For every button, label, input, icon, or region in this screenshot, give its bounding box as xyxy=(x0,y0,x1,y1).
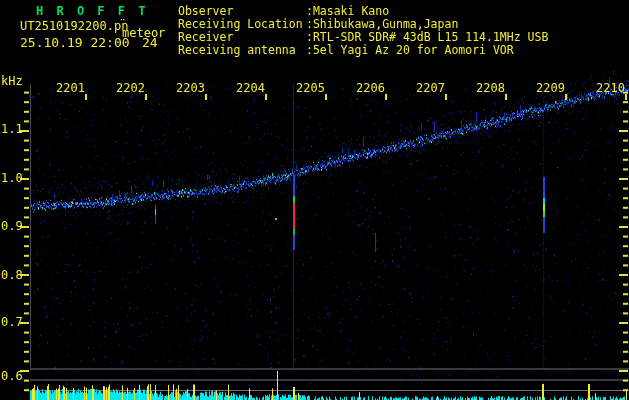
time-axis-label: 2205 xyxy=(294,82,325,94)
receiving-location-value: :Shibukawa,Gunma,Japan xyxy=(306,19,458,31)
receiving-antenna-label: Receiving antenna xyxy=(178,45,296,57)
datetime-label: 25.10.19 22:00 xyxy=(20,36,130,49)
time-axis-label: 2204 xyxy=(234,82,265,94)
observer-label: Observer xyxy=(178,6,233,18)
observer-value: :Masaki Kano xyxy=(306,6,389,18)
app-title: H R O F F T xyxy=(36,5,148,17)
time-axis-label: 2202 xyxy=(114,82,145,94)
hrofft-screen: H R O F F T UT2510192200.pn ¨ meteor 25.… xyxy=(0,0,629,400)
freq-axis-label: 0.6 xyxy=(1,370,25,382)
receiving-antenna-value: :5el Yagi Az 20 for Aomori VOR xyxy=(306,45,514,57)
time-axis-label: 2206 xyxy=(354,82,385,94)
time-axis-label: 2203 xyxy=(174,82,205,94)
receiving-location-label: Receiving Location xyxy=(178,19,303,31)
freq-axis-label: 1.1 xyxy=(1,123,25,135)
time-axis-label: 2208 xyxy=(474,82,505,94)
meteor-count: 24 xyxy=(142,36,158,49)
time-axis-label: 2209 xyxy=(534,82,565,94)
freq-axis-label: 0.7 xyxy=(1,316,25,328)
time-axis-label: 2201 xyxy=(54,82,85,94)
freq-axis-label: 1.0 xyxy=(1,172,25,184)
freq-unit-label: kHz xyxy=(1,75,23,87)
freq-axis-label: 0.8 xyxy=(1,269,25,281)
time-axis-label: 2207 xyxy=(414,82,445,94)
freq-axis-label: 0.9 xyxy=(1,220,25,232)
receiver-label: Receiver xyxy=(178,32,233,44)
receiver-value: :RTL-SDR SDR# 43dB L15 114.1MHz USB xyxy=(306,32,548,44)
text-overlay: H R O F F T UT2510192200.pn ¨ meteor 25.… xyxy=(0,0,629,400)
time-axis-label: 2210 xyxy=(594,82,625,94)
filename-label: UT2510192200.pn xyxy=(20,20,128,32)
